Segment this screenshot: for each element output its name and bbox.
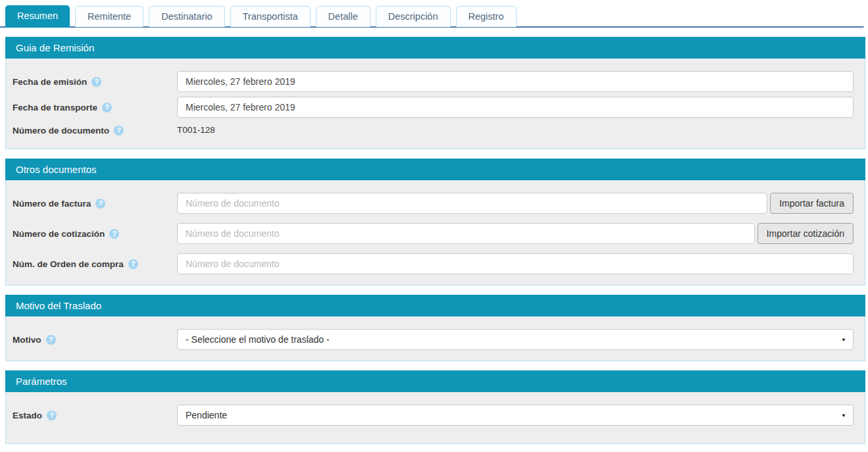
section-guia-remision: Guia de Remisión Fecha de emisión ? Fech…: [5, 37, 865, 149]
row-fecha-transporte: Fecha de transporte ?: [13, 97, 854, 118]
help-icon[interactable]: ?: [109, 229, 119, 239]
orden-compra-input[interactable]: [177, 253, 854, 274]
section-otros-documentos: Otros documentos Número de factura ? Imp…: [5, 159, 865, 286]
row-numero-documento: Número de documento ? T001-128: [13, 122, 854, 138]
help-icon[interactable]: ?: [46, 335, 56, 345]
help-icon[interactable]: ?: [47, 411, 57, 420]
motivo-label: Motivo: [13, 335, 41, 345]
fecha-emision-label: Fecha de emisión: [13, 77, 87, 87]
section-title-guia-remision: Guia de Remisión: [5, 37, 865, 59]
motivo-select[interactable]: - Seleccione el motivo de traslado -: [177, 329, 854, 350]
row-fecha-emision: Fecha de emisión ?: [13, 71, 854, 92]
tab-descripcion[interactable]: Descripción: [376, 6, 451, 27]
tab-registro[interactable]: Registro: [456, 6, 517, 27]
orden-compra-label-group: Núm. de Orden de compra ?: [13, 259, 177, 269]
row-motivo: Motivo ? - Seleccione el motivo de trasl…: [13, 329, 854, 350]
numero-factura-input[interactable]: [177, 193, 767, 214]
help-icon[interactable]: ?: [114, 126, 124, 136]
importar-cotizacion-button[interactable]: Importar cotización: [757, 223, 854, 244]
help-icon[interactable]: ?: [91, 77, 101, 87]
help-icon[interactable]: ?: [102, 103, 112, 113]
estado-label: Estado: [13, 411, 42, 420]
row-orden-compra: Núm. de Orden de compra ?: [13, 253, 854, 274]
section-body-motivo-traslado: Motivo ? - Seleccione el motivo de trasl…: [5, 316, 865, 361]
numero-documento-label: Número de documento: [13, 126, 109, 136]
section-title-motivo-traslado: Motivo del Traslado: [5, 295, 865, 316]
orden-compra-label: Núm. de Orden de compra: [13, 259, 124, 269]
section-body-parametros: Estado ? Pendiente ▼: [5, 392, 865, 444]
section-title-otros-documentos: Otros documentos: [5, 159, 865, 180]
importar-factura-button[interactable]: Importar factura: [770, 193, 854, 214]
tab-bar: Resumen Remitente Destinatario Transport…: [0, 0, 868, 28]
row-numero-factura: Número de factura ? Importar factura: [13, 193, 854, 214]
section-parametros: Parámetros Estado ? Pendiente ▼: [5, 370, 865, 444]
row-numero-cotizacion: Número de cotización ? Importar cotizaci…: [13, 223, 854, 244]
estado-select-wrapper: Pendiente ▼: [177, 405, 854, 426]
motivo-select-wrapper: - Seleccione el motivo de traslado - ▼: [177, 329, 854, 350]
numero-factura-label-group: Número de factura ?: [13, 199, 177, 209]
numero-factura-label: Número de factura: [13, 199, 91, 209]
fecha-transporte-label-group: Fecha de transporte ?: [13, 103, 177, 113]
estado-select[interactable]: Pendiente: [177, 405, 854, 426]
numero-cotizacion-input[interactable]: [177, 223, 755, 244]
section-motivo-traslado: Motivo del Traslado Motivo ? - Seleccion…: [5, 295, 865, 361]
tab-resumen[interactable]: Resumen: [5, 5, 70, 28]
tab-detalle[interactable]: Detalle: [316, 6, 370, 27]
tab-remitente[interactable]: Remitente: [75, 6, 143, 27]
section-title-parametros: Parámetros: [5, 370, 865, 392]
help-icon[interactable]: ?: [95, 199, 105, 209]
numero-documento-label-group: Número de documento ?: [13, 126, 177, 136]
motivo-label-group: Motivo ?: [13, 335, 177, 345]
fecha-emision-input[interactable]: [177, 71, 854, 92]
estado-label-group: Estado ?: [13, 411, 177, 420]
tab-transportista[interactable]: Transportista: [230, 6, 311, 27]
tab-destinatario[interactable]: Destinatario: [149, 6, 224, 27]
section-body-guia-remision: Fecha de emisión ? Fecha de transporte ?…: [5, 59, 865, 149]
fecha-emision-label-group: Fecha de emisión ?: [13, 77, 177, 87]
numero-documento-value: T001-128: [177, 122, 215, 138]
numero-cotizacion-label: Número de cotización: [13, 229, 105, 239]
numero-cotizacion-label-group: Número de cotización ?: [13, 229, 177, 239]
fecha-transporte-label: Fecha de transporte: [13, 103, 97, 113]
section-body-otros-documentos: Número de factura ? Importar factura Núm…: [5, 180, 865, 286]
tab-list: Resumen Remitente Destinatario Transport…: [5, 5, 517, 28]
row-estado: Estado ? Pendiente ▼: [13, 405, 854, 426]
help-icon[interactable]: ?: [128, 259, 138, 269]
fecha-transporte-input[interactable]: [177, 97, 854, 118]
